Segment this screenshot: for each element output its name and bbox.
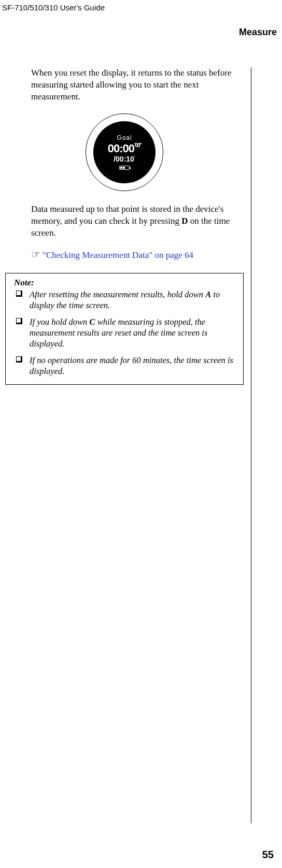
hand-pointer-icon: ☞ <box>31 249 40 260</box>
note-title: Note: <box>14 278 235 288</box>
watch-sub-time: /00:10' <box>114 155 135 163</box>
watch-face: Goal 00:00'00'' /00:10' <box>93 121 156 183</box>
bullet-box-icon <box>16 356 22 363</box>
note-key: A <box>205 290 211 299</box>
note-key: C <box>90 317 95 327</box>
note-text-pre: If no operations are made for 60 minutes… <box>30 355 233 376</box>
note-item: If you hold down C while measuring is st… <box>14 316 235 350</box>
watch-main-time: 00:00'00'' <box>108 143 142 154</box>
body-paragraph-1: When you reset the display, it returns t… <box>31 67 244 103</box>
watch-main-digits: 00:00 <box>108 142 134 155</box>
note-item-text: If no operations are made for 60 minutes… <box>30 355 235 377</box>
page-number: 55 <box>262 849 274 861</box>
note-item-text: After resetting the measurement results,… <box>30 289 235 311</box>
content-column: When you reset the display, it returns t… <box>5 67 251 823</box>
watch-goal-label: Goal <box>117 134 132 141</box>
watch-sub-fraction: ' <box>134 155 135 160</box>
watch-illustration: Goal 00:00'00'' /00:10' <box>5 113 244 191</box>
header-section: Measure <box>239 27 277 38</box>
note-item: After resetting the measurement results,… <box>14 289 235 311</box>
bullet-box-icon <box>16 318 22 324</box>
note-list: After resetting the measurement results,… <box>14 289 235 377</box>
battery-segment <box>120 167 122 169</box>
note-item-text: If you hold down C while measuring is st… <box>30 316 235 350</box>
note-text-pre: If you hold down <box>30 317 90 327</box>
p2-key-d: D <box>181 216 188 226</box>
note-box: Note: After resetting the measurement re… <box>5 273 244 385</box>
cross-reference: ☞"Checking Measurement Data" on page 64 <box>31 248 244 262</box>
battery-segment <box>123 167 125 169</box>
bullet-box-icon <box>16 291 22 297</box>
watch-main-fraction: '00'' <box>134 142 141 148</box>
watch-bezel: Goal 00:00'00'' /00:10' <box>86 113 163 191</box>
body-paragraph-2: Data measured up to that point is stored… <box>31 204 244 239</box>
battery-icon <box>119 166 130 170</box>
note-item: If no operations are made for 60 minutes… <box>14 355 235 377</box>
note-text-pre: After resetting the measurement results,… <box>30 290 205 299</box>
watch-sub-digits: /00:10 <box>114 155 134 163</box>
header-model: SF-710/510/310 User's Guide <box>2 3 105 12</box>
cross-reference-link[interactable]: "Checking Measurement Data" on page 64 <box>43 250 193 260</box>
